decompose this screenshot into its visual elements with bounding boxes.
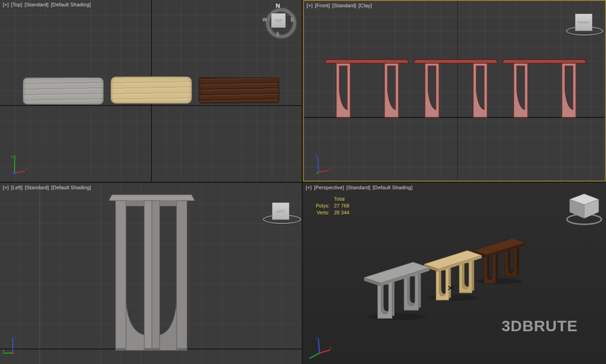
viewport-front[interactable]: [+] [Front] [Standard] [Clay] FRONT — [303, 0, 606, 182]
axis-tripod-icon: x z — [308, 152, 333, 177]
svg-text:x: x — [329, 167, 331, 171]
world-axis-x-line — [0, 105, 302, 106]
viewport-menu-view[interactable]: [Top] — [11, 2, 22, 7]
perspective-table-darkwood[interactable] — [473, 238, 525, 284]
viewcube-top[interactable]: TOP — [271, 13, 286, 28]
clay-table-2[interactable] — [414, 60, 498, 117]
viewport-menu-renderer[interactable]: [Standard] — [25, 185, 49, 190]
svg-text:z: z — [315, 153, 317, 157]
axis-tripod-icon: z y — [2, 334, 27, 359]
svg-text:y: y — [3, 348, 5, 352]
svg-text:x: x — [25, 167, 27, 171]
svg-text:z: z — [14, 335, 16, 339]
clay-table-1[interactable] — [325, 60, 409, 117]
watermark-logo: 3DBRUTE — [501, 317, 578, 335]
polys-label: Polys: — [309, 202, 329, 209]
viewport-menu-plus[interactable]: [+] — [3, 185, 9, 190]
viewport-front-menu: [+] [Front] [Standard] [Clay] — [307, 3, 372, 8]
viewcube-left[interactable]: LEFT — [272, 202, 289, 220]
viewport-menu-plus[interactable]: [+] — [306, 185, 312, 190]
polys-value: 27 768 — [334, 202, 349, 209]
table-top-darkwood[interactable] — [199, 77, 279, 103]
viewcube-front[interactable]: FRONT — [575, 14, 592, 31]
viewport-menu-shading[interactable]: [Default Shading] — [51, 2, 91, 7]
viewport-menu-shading[interactable]: [Default Shading] — [51, 185, 91, 190]
viewport-menu-view[interactable]: [Perspective] — [314, 185, 344, 190]
viewport-menu-renderer[interactable]: [Standard] — [25, 2, 49, 7]
viewport-top[interactable]: [+] [Top] [Standard] [Default Shading] N… — [0, 0, 302, 182]
clay-tables-front-view — [304, 1, 606, 181]
viewport-menu-view[interactable]: [Left] — [11, 185, 23, 190]
compass-east[interactable]: E — [291, 17, 294, 22]
svg-text:x: x — [329, 345, 331, 349]
stats-header: Total — [334, 196, 344, 202]
viewport-menu-plus[interactable]: [+] — [3, 2, 9, 7]
viewport-menu-renderer[interactable]: [Standard] — [346, 185, 370, 190]
verts-value: 28 344 — [334, 209, 349, 216]
viewport-menu-shading[interactable]: [Default Shading] — [373, 185, 413, 190]
svg-text:y: y — [11, 154, 13, 158]
max-quad-viewport: [+] [Top] [Standard] [Default Shading] N… — [0, 0, 606, 364]
table-left-view — [0, 183, 302, 364]
table-end-view[interactable] — [109, 195, 195, 350]
table-top-lightwood[interactable] — [111, 76, 192, 104]
compass-west[interactable]: W — [263, 17, 267, 22]
perspective-table-grey[interactable] — [364, 262, 429, 320]
svg-text:z: z — [15, 174, 17, 178]
viewport-menu-plus[interactable]: [+] — [307, 3, 313, 8]
verts-label: Verts: — [309, 209, 329, 216]
table-top-grey[interactable] — [23, 77, 104, 105]
viewport-left[interactable]: [+] [Left] [Standard] [Default Shading] — [0, 183, 302, 364]
perspective-table-lightwood[interactable] — [424, 251, 482, 301]
viewport-top-menu: [+] [Top] [Standard] [Default Shading] — [3, 2, 91, 7]
viewcube-3d[interactable] — [565, 193, 603, 228]
axis-tripod-icon: x y z — [4, 153, 29, 178]
poly-statistics: Total Polys: 27 768 Verts: 28 344 — [309, 196, 349, 216]
svg-text:z: z — [316, 336, 318, 340]
viewport-perspective-menu: [+] [Perspective] [Standard] [Default Sh… — [306, 185, 413, 190]
viewport-menu-renderer[interactable]: [Standard] — [332, 3, 356, 8]
compass-south[interactable]: S — [276, 31, 279, 36]
compass-north[interactable]: N — [276, 2, 280, 9]
viewport-menu-view[interactable]: [Front] — [315, 3, 330, 8]
clay-table-3[interactable] — [502, 60, 586, 117]
viewport-menu-shading[interactable]: [Clay] — [359, 3, 372, 8]
axis-tripod-icon: x z — [307, 335, 334, 362]
viewport-left-menu: [+] [Left] [Standard] [Default Shading] — [3, 185, 91, 190]
viewport-perspective[interactable]: [+] [Perspective] [Standard] [Default Sh… — [303, 183, 606, 364]
